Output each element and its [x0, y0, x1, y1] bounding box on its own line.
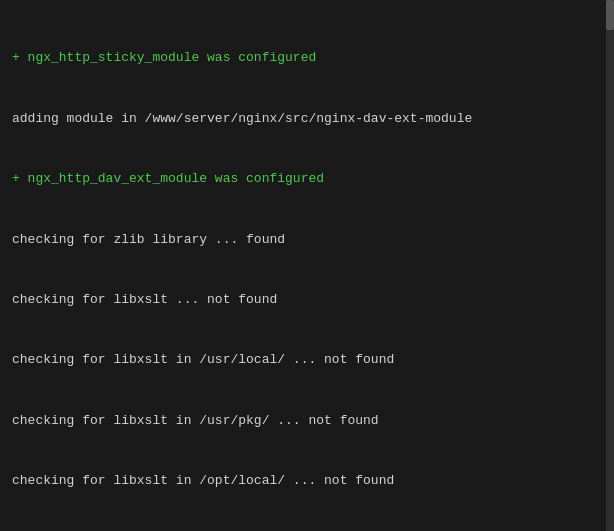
terminal-content: + ngx_http_sticky_module was configured … — [12, 8, 602, 531]
scrollbar-thumb[interactable] — [606, 0, 614, 30]
line-2: adding module in /www/server/nginx/src/n… — [12, 109, 602, 129]
line-4: checking for zlib library ... found — [12, 230, 602, 250]
terminal-window: + ngx_http_sticky_module was configured … — [0, 0, 614, 531]
line-1: + ngx_http_sticky_module was configured — [12, 48, 602, 68]
line-6: checking for libxslt in /usr/local/ ... … — [12, 350, 602, 370]
line-8: checking for libxslt in /opt/local/ ... … — [12, 471, 602, 491]
scrollbar[interactable] — [606, 0, 614, 531]
line-3: + ngx_http_dav_ext_module was configured — [12, 169, 602, 189]
line-7: checking for libxslt in /usr/pkg/ ... no… — [12, 411, 602, 431]
line-5: checking for libxslt ... not found — [12, 290, 602, 310]
